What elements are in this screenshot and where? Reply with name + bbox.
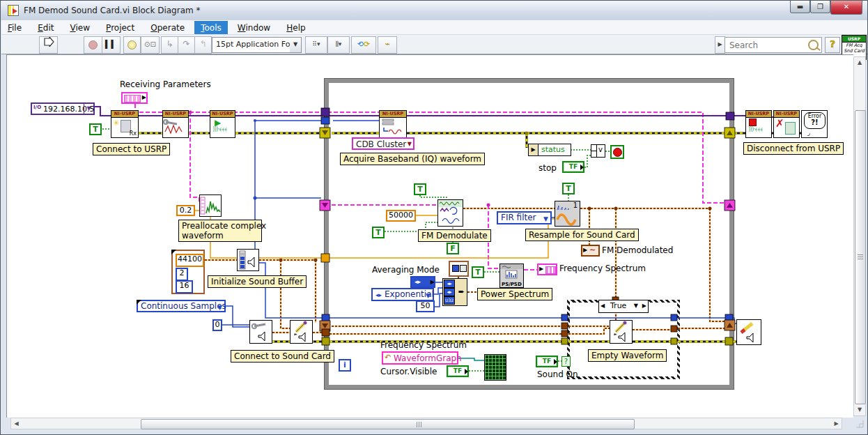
constant-2[interactable]: 2 bbox=[176, 268, 188, 281]
averaging-cluster-constant[interactable] bbox=[449, 261, 469, 277]
menu-operate[interactable]: Operate bbox=[144, 21, 191, 34]
reorder-button[interactable]: ⟲⟳ bbox=[351, 36, 376, 54]
boolean-true-constant[interactable]: T bbox=[372, 227, 385, 238]
cleanup-diagram-button[interactable]: ⌁ bbox=[378, 36, 397, 54]
vertical-scrollbar[interactable]: ▲ ▼ bbox=[853, 56, 866, 416]
fm-demodulated-indicator[interactable]: ▶ ∼ bbox=[581, 245, 600, 257]
sound-config-block[interactable] bbox=[249, 320, 272, 344]
horizontal-scrollbar[interactable]: ◀ ▶ bbox=[10, 418, 842, 429]
step-out-button[interactable]: ↰ bbox=[194, 36, 212, 54]
constant-44100[interactable]: 44100 bbox=[176, 254, 204, 267]
sound-write-block[interactable] bbox=[290, 320, 313, 344]
distribute-objects-button[interactable]: ⫼▾ bbox=[327, 36, 350, 54]
run-button[interactable] bbox=[39, 36, 58, 54]
retain-wire-values-button[interactable]: ⊙⊡ bbox=[141, 36, 160, 54]
pause-button[interactable]: ▍▍ bbox=[102, 36, 121, 54]
or-gate[interactable]: v bbox=[591, 144, 605, 158]
boolean-false-constant[interactable]: F bbox=[447, 243, 459, 254]
vi-icon-header: USRP bbox=[842, 36, 866, 43]
sound-on-control[interactable]: TF bbox=[536, 356, 558, 367]
menu-tools[interactable]: Tools bbox=[194, 21, 228, 34]
step-over-button[interactable]: ↷ bbox=[178, 36, 195, 54]
pencil-speaker-icon bbox=[290, 321, 312, 343]
continuous-samples-enum[interactable]: Continuous Samples▼ bbox=[137, 300, 226, 312]
font-selector[interactable]: 15pt Application Font bbox=[212, 37, 295, 53]
sound-output-configure-block[interactable] bbox=[237, 249, 259, 271]
niusrp-close-session[interactable]: NI-USRP ✗ bbox=[773, 110, 800, 138]
waveform-graph-reference[interactable]: ↶ WaveformGraph bbox=[382, 351, 458, 365]
wrench-speaker-icon bbox=[250, 321, 272, 343]
bundle-by-name-node[interactable]: ◂▸ ◂▸ U32 ➨ bbox=[442, 278, 467, 306]
resample-block[interactable]: 1 bbox=[555, 201, 580, 227]
enum-dropdown-arrow[interactable]: ▼ bbox=[217, 303, 222, 312]
menu-window[interactable]: Window bbox=[231, 21, 277, 34]
niusrp-open-rx-session[interactable]: NI-USRP ✳ Rx bbox=[111, 110, 139, 138]
menu-help[interactable]: Help bbox=[280, 21, 311, 34]
font-selector-arrow[interactable]: ▼ bbox=[290, 37, 302, 53]
highlight-execution-button[interactable] bbox=[123, 36, 141, 54]
boolean-true-constant[interactable]: T bbox=[562, 183, 575, 194]
maximize-button[interactable]: ❐ bbox=[810, 1, 830, 13]
align-objects-button[interactable]: ⠿▾ bbox=[305, 36, 327, 54]
constant-0[interactable]: 0 bbox=[212, 319, 222, 331]
stop-control[interactable]: TF bbox=[562, 161, 584, 173]
boolean-true-constant[interactable]: T bbox=[472, 266, 484, 278]
abort-button[interactable] bbox=[84, 36, 102, 54]
close-button[interactable]: ✕ bbox=[830, 1, 862, 15]
averaging-mode-enum-small[interactable]: ◂▸ ▶ bbox=[410, 276, 435, 288]
receiving-parameters-cluster-constant[interactable]: ▶ bbox=[121, 92, 148, 104]
graph-property-node[interactable] bbox=[484, 354, 506, 381]
simple-error-handler[interactable]: Error?! ◞ bbox=[801, 110, 828, 138]
case-selector[interactable]: ◀ True ▼ ▶ bbox=[598, 300, 649, 313]
sound-write-block-case[interactable] bbox=[610, 320, 633, 344]
scroll-left-arrow[interactable]: ◀ bbox=[11, 418, 22, 429]
scroll-down-arrow[interactable]: ▼ bbox=[854, 405, 865, 415]
fir-filter-enum[interactable]: FIR filter▼ bbox=[497, 211, 552, 224]
horizontal-scroll-thumb[interactable] bbox=[141, 419, 635, 429]
case-next-arrow[interactable]: ▶ bbox=[642, 303, 646, 309]
boolean-true-constant[interactable]: T bbox=[89, 123, 102, 135]
niusrp-fetch-rx-data[interactable]: NI-USRP bbox=[379, 110, 407, 138]
scroll-right-arrow[interactable]: ▶ bbox=[831, 418, 842, 429]
resample-icon bbox=[555, 201, 580, 226]
menu-project[interactable]: Project bbox=[100, 21, 141, 34]
search-collapse-arrow[interactable]: ▶ bbox=[715, 36, 725, 54]
scroll-up-arrow[interactable]: ▲ bbox=[854, 57, 865, 68]
constant-50[interactable]: 50 bbox=[416, 300, 435, 312]
cursor-visible-constant[interactable]: TF bbox=[447, 365, 469, 377]
case-prev-arrow[interactable]: ◀ bbox=[600, 303, 605, 309]
loop-condition-terminal[interactable] bbox=[610, 145, 624, 159]
enum-dropdown-arrow[interactable]: ▼ bbox=[543, 214, 548, 224]
ip-dropdown-arrow[interactable]: ▼ bbox=[84, 104, 93, 114]
constant-0-2[interactable]: 0.2 bbox=[176, 205, 195, 216]
vertical-scroll-thumb[interactable] bbox=[855, 110, 866, 404]
menu-file[interactable]: File bbox=[1, 21, 28, 34]
niusrp-abort[interactable]: NI-USRP )))·﴾﴾﴾ bbox=[745, 110, 772, 138]
step-into-button[interactable]: ↳ bbox=[161, 36, 178, 54]
fm-demodulate-block[interactable] bbox=[437, 199, 463, 227]
constant-50000[interactable]: 50000 bbox=[386, 210, 416, 222]
sound-format-cluster[interactable]: 44100 2 16 bbox=[171, 250, 205, 294]
menu-edit[interactable]: Edit bbox=[31, 21, 60, 34]
connect-to-sound-card-label: Connect to Sound Card bbox=[231, 350, 334, 362]
sound-clear-block[interactable] bbox=[736, 319, 761, 345]
frequency-spectrum-indicator[interactable]: ▶ bbox=[537, 264, 557, 275]
constant-16[interactable]: 16 bbox=[176, 280, 193, 293]
unbundle-status-node[interactable]: ▶ status bbox=[528, 144, 571, 156]
boolean-true-constant[interactable]: T bbox=[414, 183, 426, 195]
preallocate-waveform-block[interactable] bbox=[199, 194, 222, 217]
exponential-enum[interactable]: ◂▸ Exponential▼ bbox=[371, 288, 434, 301]
niusrp-initiate[interactable]: NI-USRP ▶ )))·﴾﴾﴾ bbox=[210, 110, 235, 138]
minimize-button[interactable]: ▬ bbox=[790, 1, 810, 13]
device-ip-combo[interactable]: I/O 192.168.10.5 ▼ bbox=[31, 102, 95, 115]
power-spectrum-block[interactable]: PS/PSD bbox=[499, 264, 524, 288]
context-help-button[interactable]: ? bbox=[825, 37, 840, 53]
resize-grip[interactable] bbox=[855, 419, 865, 429]
case-dropdown-arrow[interactable]: ▼ bbox=[634, 303, 638, 309]
cdb-cluster-selector[interactable]: CDB Cluster ▼ bbox=[352, 137, 414, 150]
enum-dropdown-arrow[interactable]: ▼ bbox=[426, 291, 431, 300]
cdb-dropdown-arrow[interactable]: ▼ bbox=[408, 141, 412, 147]
menu-view[interactable]: View bbox=[64, 21, 96, 34]
niusrp-configure-signal[interactable]: NI-USRP bbox=[162, 110, 189, 138]
search-input[interactable] bbox=[728, 38, 803, 52]
